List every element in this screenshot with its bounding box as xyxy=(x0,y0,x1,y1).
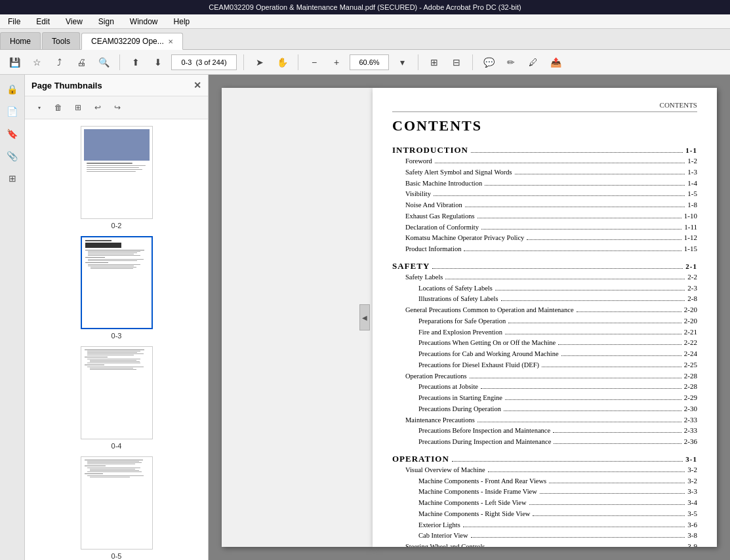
tab-tools[interactable]: Tools xyxy=(42,32,80,49)
thumbnail-0-4[interactable]: 0-4 xyxy=(81,346,153,450)
share2-button[interactable]: 📤 xyxy=(546,53,565,71)
toc-item: Machine Components - Right Side View 3-5 xyxy=(392,508,697,519)
toc-item: Declaration of Conformity 1-11 xyxy=(392,222,697,233)
comment-button[interactable]: 💬 xyxy=(479,53,498,71)
main-area: 🔒 📄 🔖 📎 ⊞ Page Thumbnails ✕ 🗑 ⊞ ↩ ↪ xyxy=(0,75,730,560)
toc-section-page: 2-1 xyxy=(685,262,697,270)
pan-button[interactable]: ⊟ xyxy=(447,53,466,71)
thumbnail-0-2[interactable]: 0-2 xyxy=(81,126,153,230)
toc-item: Safety Labels 2-2 xyxy=(392,271,697,283)
thumbnail-options-btn[interactable] xyxy=(30,99,47,116)
thumbnail-delete-btn[interactable]: 🗑 xyxy=(50,99,67,116)
thumbnail-label-0-2: 0-2 xyxy=(112,222,122,230)
toc-section-safety: SAFETY 2-1 Safety Labels 2-2 Locations o… xyxy=(392,261,697,447)
menu-sign[interactable]: Sign xyxy=(96,16,117,28)
next-page-button[interactable]: ⬇ xyxy=(149,53,167,71)
layers-icon-btn[interactable]: ⊞ xyxy=(3,169,22,188)
toc-section-label: INTRODUCTION xyxy=(392,145,468,155)
toc-item: Safety Alert Symbol and Signal Words 1-3 xyxy=(392,167,697,178)
toc-section-title-introduction: INTRODUCTION 1-1 xyxy=(392,145,697,155)
toc-item: Komatsu Machine Operator Privacy Policy … xyxy=(392,232,697,243)
toc-section-title-operation: OPERATION 3-1 xyxy=(392,454,697,464)
toc-section-label: SAFETY xyxy=(392,261,430,271)
thumbnail-0-5[interactable]: 0-5 xyxy=(81,456,153,560)
sep4 xyxy=(418,54,418,70)
toc-section-label: OPERATION xyxy=(392,454,449,464)
toc-item: Product Information 1-15 xyxy=(392,243,697,254)
toc-item: Precautions During Inspection and Mainte… xyxy=(392,436,697,447)
attachment-icon-btn[interactable]: 📎 xyxy=(3,147,22,165)
thumbnail-label-0-5: 0-5 xyxy=(112,552,122,560)
pdf-area: ◀ CONTENTS CONTENTS INTRODUCTION 1-1 For… xyxy=(209,75,730,560)
tab-document[interactable]: CEAM032209 Ope... ✕ xyxy=(81,33,183,50)
sidebar: Page Thumbnails ✕ 🗑 ⊞ ↩ ↪ xyxy=(25,75,209,560)
menu-edit[interactable]: Edit xyxy=(33,16,52,28)
pen-button[interactable]: ✏ xyxy=(502,53,520,71)
toc-dots xyxy=(452,461,683,462)
menu-help[interactable]: Help xyxy=(171,16,193,28)
save-button[interactable]: 💾 xyxy=(5,53,24,71)
toc-item: Cab Interior View 3-8 xyxy=(392,530,697,541)
highlight-button[interactable]: 🖊 xyxy=(524,53,542,71)
toc-item: Steering Wheel and Controls 3-9 xyxy=(392,541,697,547)
search-button[interactable]: 🔍 xyxy=(94,53,113,71)
sep1 xyxy=(119,54,120,70)
hand-tool-button[interactable]: ✋ xyxy=(273,53,291,71)
toc-section-title-safety: SAFETY 2-1 xyxy=(392,261,697,271)
toc-item: Visual Overview of Machine 3-2 xyxy=(392,464,697,475)
thumbnails-area[interactable]: 0-2 xyxy=(25,119,208,560)
toc-dots xyxy=(432,268,683,269)
zoom-dropdown-button[interactable]: ▾ xyxy=(393,53,411,71)
page-view-button[interactable]: ⊞ xyxy=(425,53,443,71)
lock-icon-btn[interactable]: 🔒 xyxy=(3,80,22,98)
share-button[interactable]: ⤴ xyxy=(50,53,68,71)
sidebar-tools: 🗑 ⊞ ↩ ↪ xyxy=(25,96,208,119)
thumbnail-undo-btn[interactable]: ↩ xyxy=(89,99,106,116)
contents-header-right: CONTENTS xyxy=(392,101,697,112)
pdf-page-left xyxy=(222,88,373,547)
thumbnail-embed-btn[interactable]: ⊞ xyxy=(70,99,87,116)
menu-file[interactable]: File xyxy=(5,16,23,28)
thumbnail-label-0-4: 0-4 xyxy=(112,442,122,450)
tab-home[interactable]: Home xyxy=(0,32,41,49)
toc-section-operation: OPERATION 3-1 Visual Overview of Machine… xyxy=(392,454,697,547)
sep3 xyxy=(298,54,298,70)
sidebar-close-icon[interactable]: ✕ xyxy=(193,80,201,90)
toc-item: Operation Precautions 2-28 xyxy=(392,370,697,382)
toc-item: Precautions for Diesel Exhaust Fluid (DE… xyxy=(392,359,697,370)
menu-view[interactable]: View xyxy=(63,16,85,28)
bookmark-button[interactable]: ☆ xyxy=(28,53,46,71)
toc-item: Precautions Before Inspection and Mainte… xyxy=(392,425,697,436)
sidebar-header: Page Thumbnails ✕ xyxy=(25,75,208,96)
page-icon-btn[interactable]: 📄 xyxy=(3,102,22,121)
toc-section-page: 3-1 xyxy=(685,455,697,463)
collapse-sidebar-button[interactable]: ◀ xyxy=(359,304,370,330)
title-bar: CEAM032209 Operation & Maintenance Manua… xyxy=(0,0,730,14)
toc-section-introduction: INTRODUCTION 1-1 Foreword 1-2 Safety Ale… xyxy=(392,145,697,254)
contents-title: CONTENTS xyxy=(392,117,697,134)
toc-item: Visibility 1-5 xyxy=(392,188,697,199)
menu-window[interactable]: Window xyxy=(127,16,161,28)
toc-item: Precautions for Cab and Working Around M… xyxy=(392,348,697,359)
toc-item: Machine Components - Inside Frame View 3… xyxy=(392,486,697,497)
toc-item: Basic Machine Introduction 1-4 xyxy=(392,178,697,189)
tab-close-icon[interactable]: ✕ xyxy=(168,38,173,45)
prev-page-button[interactable]: ⬆ xyxy=(127,53,145,71)
zoom-input[interactable] xyxy=(350,54,389,70)
page-nav-input[interactable] xyxy=(171,54,237,70)
toc-item: Foreword 1-2 xyxy=(392,155,697,167)
thumbnail-redo-btn[interactable]: ↪ xyxy=(109,99,126,116)
sep5 xyxy=(472,54,473,70)
toc-item: Fire and Explosion Prevention 2-21 xyxy=(392,327,697,338)
zoom-in-button[interactable]: + xyxy=(327,53,346,71)
bookmark-icon-btn[interactable]: 🔖 xyxy=(3,125,22,143)
cursor-tool-button[interactable]: ➤ xyxy=(251,53,269,71)
print-button[interactable]: 🖨 xyxy=(72,53,91,71)
toc-item: Illustrations of Safety Labels 2-8 xyxy=(392,293,697,304)
thumbnail-0-3[interactable]: 0-3 xyxy=(81,236,153,340)
toc-item: Precautions in Starting Engine 2-29 xyxy=(392,392,697,403)
toc-item: General Precautions Common to Operation … xyxy=(392,304,697,315)
title-bar-text: CEAM032209 Operation & Maintenance Manua… xyxy=(5,3,725,11)
zoom-out-button[interactable]: − xyxy=(305,53,323,71)
tab-bar: Home Tools CEAM032209 Ope... ✕ xyxy=(0,29,730,50)
